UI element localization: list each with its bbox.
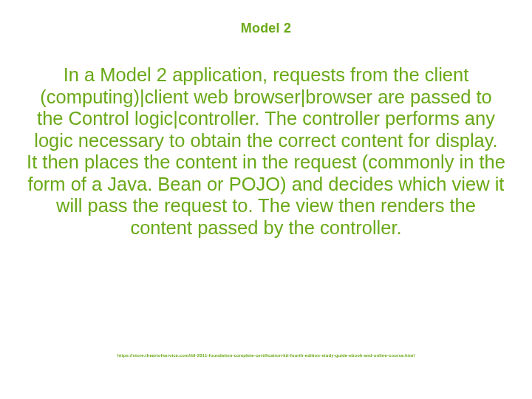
slide-body-text: In a Model 2 application, requests from … (25, 64, 507, 239)
footer-source-url: https://store.theartofservice.com/itil-2… (0, 353, 532, 358)
slide-title: Model 2 (25, 21, 507, 36)
slide-container: Model 2 In a Model 2 application, reques… (0, 0, 532, 399)
